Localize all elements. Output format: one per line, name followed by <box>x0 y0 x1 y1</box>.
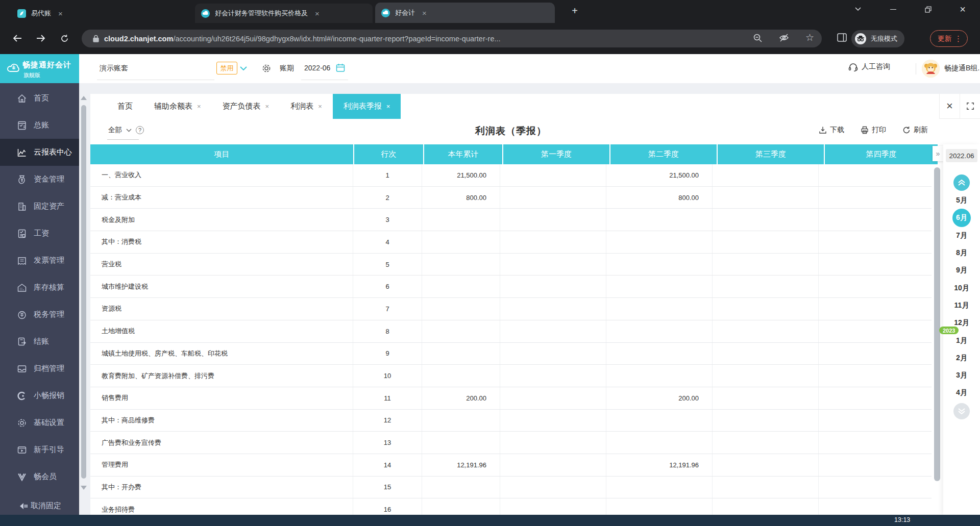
invoice-icon <box>17 256 27 266</box>
month-item[interactable]: 3月 <box>943 367 980 384</box>
close-tab-icon[interactable] <box>315 10 320 17</box>
zoom-out-icon[interactable] <box>753 33 763 43</box>
scroll-months-down-button[interactable] <box>953 403 970 419</box>
reload-icon[interactable] <box>56 30 72 46</box>
user-avatar[interactable] <box>922 60 940 78</box>
expand-panel-icon[interactable] <box>933 146 943 161</box>
close-window-button[interactable] <box>951 0 974 18</box>
month-label: 7月 <box>952 227 971 244</box>
browser-tab[interactable]: 易代账 <box>11 4 180 23</box>
document-tab[interactable]: 首页 <box>107 94 143 119</box>
month-item[interactable]: 7月 <box>943 227 980 244</box>
scroll-down-arrow[interactable] <box>81 486 87 490</box>
scope-filter-dropdown[interactable]: 全部 <box>108 126 144 135</box>
document-tab[interactable]: 利润表季报 <box>333 94 401 119</box>
month-item[interactable]: 6月 <box>943 209 980 227</box>
row-q3-cell <box>713 275 819 297</box>
close-tab-icon[interactable] <box>386 103 390 110</box>
close-tab-icon[interactable] <box>197 103 201 110</box>
eye-blocked-icon[interactable] <box>779 33 789 42</box>
month-label: 9月 <box>952 262 971 279</box>
sidebar-item-cloud-reports[interactable]: 云报表中心 <box>0 139 79 166</box>
close-tab-icon[interactable] <box>422 9 427 17</box>
account-select[interactable]: 演示账套 <box>100 64 128 73</box>
document-tab[interactable]: 利润表 <box>280 94 333 119</box>
browser-tab[interactable]: 好会计财务管理软件购买价格及 <box>195 4 373 23</box>
building-icon <box>17 202 27 212</box>
sidebar-item-settings[interactable]: 基础设置 <box>0 409 79 436</box>
document-tab[interactable]: 辅助余额表 <box>143 94 212 119</box>
sidebar-item-general-ledger[interactable]: 总账 <box>0 112 79 139</box>
minimize-button[interactable] <box>881 0 905 18</box>
unpin-sidebar-button[interactable]: 取消固定 <box>19 501 61 511</box>
table-row: 税金及附加 3 <box>90 209 932 231</box>
side-panel-icon[interactable] <box>837 33 847 42</box>
table-row: 资源税 7 <box>90 298 932 320</box>
sidebar-item-inventory[interactable]: 库存核算 <box>0 274 79 301</box>
month-item[interactable]: 4月 <box>943 384 980 402</box>
document-tab[interactable]: 资产负债表 <box>212 94 280 119</box>
new-tab-button[interactable] <box>568 4 582 18</box>
month-label: 6月 <box>952 209 971 227</box>
sidebar-item-reimbursement[interactable]: 小畅报销 <box>0 382 79 409</box>
sidebar-item-funds[interactable]: 资金管理 <box>0 166 79 193</box>
user-name[interactable]: 畅捷通B组... <box>944 64 980 73</box>
address-bar[interactable]: cloud2.chanjet.com/accounting/uh26t264j5… <box>82 30 822 47</box>
sidebar-item-payroll[interactable]: 工资 <box>0 220 79 247</box>
tab-search-icon[interactable] <box>846 0 870 18</box>
month-item[interactable]: 5月 <box>943 192 980 209</box>
scroll-months-up-button[interactable] <box>953 174 970 191</box>
month-item[interactable]: 2月 <box>943 349 980 367</box>
left-scrollbar-thumb[interactable] <box>81 105 86 479</box>
refresh-button[interactable]: 刷新 <box>902 126 928 135</box>
kebab-menu-icon[interactable] <box>954 34 962 43</box>
month-item[interactable]: 9月 <box>943 262 980 279</box>
sidebar-item-guide[interactable]: 新手引导 <box>0 436 79 463</box>
sidebar-item-invoices[interactable]: 发票管理 <box>0 247 79 274</box>
sidebar-item-tax[interactable]: 税务管理 <box>0 301 79 328</box>
help-icon[interactable] <box>136 126 144 134</box>
sidebar-item-closing[interactable]: 结账 <box>0 328 79 355</box>
sidebar-item-home[interactable]: 首页 <box>0 85 79 112</box>
table-scrollbar-thumb[interactable] <box>934 167 940 481</box>
update-button[interactable]: 更新 <box>930 30 968 47</box>
row-line-cell: 12 <box>353 410 422 432</box>
month-item[interactable]: 8月 <box>943 244 980 262</box>
support-link[interactable]: 人工咨询 <box>848 62 890 71</box>
calendar-icon[interactable] <box>336 63 345 72</box>
sidebar-item-archive[interactable]: 归档管理 <box>0 355 79 382</box>
fullscreen-icon[interactable] <box>960 94 980 119</box>
month-item[interactable]: 2023 1月 <box>943 332 980 349</box>
row-q3-cell <box>713 498 819 515</box>
row-q3-cell <box>713 343 819 365</box>
download-button[interactable]: 下载 <box>819 126 844 135</box>
restore-window-button[interactable] <box>916 0 940 18</box>
taskbar-clock: 13:13 <box>894 516 910 523</box>
chevron-down-icon[interactable] <box>240 66 247 71</box>
month-item[interactable]: 10月 <box>943 279 980 296</box>
table-row: 管理费用 14 12,191.96 12,191.96 <box>90 454 932 477</box>
scroll-up-arrow[interactable] <box>81 96 87 100</box>
sidebar-item-membership[interactable]: 畅会员 <box>0 463 79 490</box>
row-q3-cell <box>713 298 819 320</box>
row-q4-cell <box>819 231 932 253</box>
edition-label: 旗舰版 <box>23 71 40 79</box>
close-tab-icon[interactable] <box>318 103 322 110</box>
sidebar-item-fixed-assets[interactable]: 固定资产 <box>0 193 79 220</box>
gear-icon[interactable] <box>261 63 272 73</box>
forward-icon[interactable] <box>33 30 49 46</box>
sidebar-item-label: 云报表中心 <box>34 147 72 157</box>
month-item[interactable]: 11月 <box>943 297 980 314</box>
payroll-doc-icon <box>17 229 27 239</box>
browser-tab-active[interactable]: 好会计 <box>375 3 555 23</box>
period-value[interactable]: 2022-06 <box>304 64 330 72</box>
print-button[interactable]: 打印 <box>861 126 886 135</box>
bookmark-star-icon[interactable]: ☆ <box>805 32 814 43</box>
table-header-row: 项目 行次 本年累计 第一季度 第二季度 第三季度 第四季度 <box>90 144 932 164</box>
close-report-icon[interactable] <box>939 94 960 119</box>
incognito-badge[interactable]: 无痕模式 <box>851 30 904 47</box>
row-q1-cell <box>500 254 606 275</box>
close-tab-icon[interactable] <box>265 103 270 110</box>
back-icon[interactable] <box>9 30 26 46</box>
close-tab-icon[interactable] <box>58 10 63 17</box>
